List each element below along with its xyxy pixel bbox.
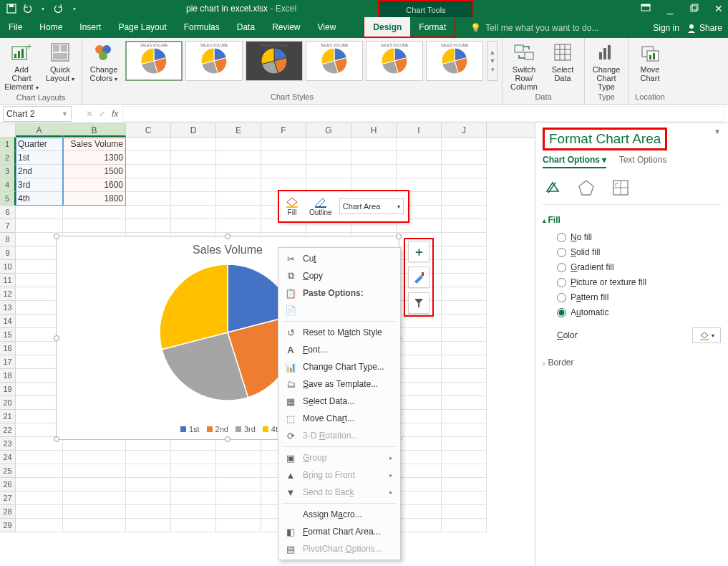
fill-line-category-icon[interactable] bbox=[543, 178, 561, 197]
cell[interactable] bbox=[16, 451, 63, 464]
cell[interactable] bbox=[442, 369, 487, 383]
chart-filters-button[interactable] bbox=[408, 292, 429, 314]
cell[interactable] bbox=[442, 260, 487, 274]
fill-option-solid[interactable]: Solid fill bbox=[557, 247, 721, 257]
row-header[interactable]: 15 bbox=[0, 328, 16, 342]
sign-in-link[interactable]: Sign in bbox=[653, 23, 679, 33]
menu-save-as-template[interactable]: 🗂Save as Template... bbox=[278, 375, 400, 393]
row-header[interactable]: 23 bbox=[0, 437, 16, 451]
row-header[interactable]: 13 bbox=[0, 301, 16, 315]
menu-assign-macro[interactable]: Assign Macro... bbox=[278, 506, 400, 523]
cell[interactable] bbox=[397, 423, 442, 437]
row-header[interactable]: 12 bbox=[0, 287, 16, 301]
cell[interactable] bbox=[16, 505, 63, 519]
cell[interactable]: 1600 bbox=[63, 178, 126, 192]
column-header-E[interactable]: E bbox=[216, 123, 261, 137]
column-header-I[interactable]: I bbox=[397, 123, 442, 137]
gallery-scroll-up-icon[interactable]: ▲ bbox=[490, 49, 496, 56]
row-header[interactable]: 7 bbox=[0, 219, 16, 233]
cell[interactable] bbox=[171, 206, 216, 219]
cell[interactable] bbox=[442, 315, 487, 328]
redo-icon[interactable] bbox=[53, 3, 64, 14]
row-header[interactable]: 29 bbox=[0, 519, 16, 532]
share-button[interactable]: Share bbox=[686, 23, 722, 33]
cell[interactable] bbox=[126, 206, 171, 219]
cell[interactable] bbox=[216, 219, 261, 233]
cell[interactable] bbox=[442, 219, 487, 233]
cell[interactable] bbox=[216, 451, 261, 464]
row-header[interactable]: 19 bbox=[0, 383, 16, 396]
cell[interactable] bbox=[126, 151, 171, 165]
fill-section-header[interactable]: Fill bbox=[543, 215, 721, 225]
cell[interactable] bbox=[63, 464, 126, 478]
cell[interactable] bbox=[216, 165, 261, 178]
cell[interactable] bbox=[442, 423, 487, 437]
cell[interactable] bbox=[442, 178, 487, 192]
cell[interactable] bbox=[126, 505, 171, 519]
row-header[interactable]: 6 bbox=[0, 206, 16, 219]
cell[interactable] bbox=[306, 165, 351, 178]
tab-design[interactable]: Design bbox=[364, 17, 410, 37]
fill-option-pattern[interactable]: Pattern fill bbox=[557, 292, 721, 302]
column-header-C[interactable]: C bbox=[126, 123, 171, 137]
cell[interactable] bbox=[351, 151, 397, 165]
cell[interactable] bbox=[216, 151, 261, 165]
border-section-header[interactable]: Border bbox=[543, 358, 721, 368]
menu-move-chart[interactable]: ⬚Move Chart... bbox=[278, 410, 400, 427]
row-header[interactable]: 10 bbox=[0, 260, 16, 274]
cell[interactable] bbox=[63, 219, 126, 233]
fill-option-gradient[interactable]: Gradient fill bbox=[557, 262, 721, 272]
chevron-down-icon[interactable]: ▼ bbox=[62, 110, 68, 117]
cell[interactable] bbox=[442, 464, 487, 478]
cell[interactable] bbox=[126, 219, 171, 233]
row-header[interactable]: 17 bbox=[0, 355, 16, 369]
cell[interactable]: 2nd bbox=[16, 165, 63, 178]
close-icon[interactable]: ✕ bbox=[714, 3, 724, 14]
save-icon[interactable] bbox=[6, 3, 17, 14]
chart-style-thumb[interactable]: SALES VOLUME bbox=[426, 41, 483, 81]
column-header-F[interactable]: F bbox=[261, 123, 306, 137]
menu-copy[interactable]: ⧉Copy bbox=[278, 267, 400, 284]
formula-input[interactable] bbox=[122, 106, 725, 122]
tab-view[interactable]: View bbox=[309, 17, 345, 38]
cell[interactable] bbox=[171, 192, 216, 206]
row-header[interactable]: 5 bbox=[0, 192, 16, 206]
change-colors-button[interactable]: Change Colors ▾ bbox=[87, 41, 121, 83]
cell[interactable] bbox=[261, 151, 306, 165]
cell[interactable] bbox=[216, 478, 261, 491]
cell[interactable] bbox=[397, 491, 442, 505]
cell[interactable]: 4th bbox=[16, 192, 63, 206]
tab-page-layout[interactable]: Page Layout bbox=[110, 17, 175, 38]
cell[interactable]: Quarter bbox=[16, 138, 63, 151]
menu-reset-match-style[interactable]: ↺Reset to Match Style bbox=[278, 324, 400, 341]
cell[interactable] bbox=[16, 478, 63, 491]
cell[interactable] bbox=[16, 206, 63, 219]
undo-dropdown-icon[interactable]: ▾ bbox=[37, 3, 49, 14]
cell[interactable] bbox=[171, 138, 216, 151]
row-header[interactable]: 14 bbox=[0, 315, 16, 328]
cell[interactable] bbox=[397, 328, 442, 342]
cell[interactable] bbox=[442, 138, 487, 151]
cell[interactable] bbox=[397, 396, 442, 410]
tab-format[interactable]: Format bbox=[410, 17, 455, 37]
chart-area-dropdown[interactable]: Chart Area▾ bbox=[339, 198, 404, 214]
cell[interactable] bbox=[16, 519, 63, 532]
chart-style-thumb[interactable]: SALES VOLUME bbox=[246, 41, 303, 81]
tab-file[interactable]: File bbox=[0, 17, 31, 38]
fx-icon[interactable]: fx bbox=[112, 109, 118, 119]
cell[interactable] bbox=[216, 491, 261, 505]
cell[interactable]: 1300 bbox=[63, 151, 126, 165]
cell[interactable] bbox=[216, 464, 261, 478]
cell[interactable] bbox=[261, 138, 306, 151]
cell[interactable] bbox=[442, 396, 487, 410]
row-header[interactable]: 9 bbox=[0, 246, 16, 260]
menu-select-data[interactable]: ▦Select Data... bbox=[278, 393, 400, 410]
cell[interactable] bbox=[442, 437, 487, 451]
pane-tab-chart-options[interactable]: Chart Options ▾ bbox=[543, 155, 606, 168]
cell[interactable] bbox=[397, 383, 442, 396]
cell[interactable] bbox=[261, 165, 306, 178]
cell[interactable] bbox=[442, 410, 487, 423]
cell[interactable] bbox=[126, 138, 171, 151]
row-header[interactable]: 22 bbox=[0, 423, 16, 437]
cell[interactable] bbox=[171, 165, 216, 178]
